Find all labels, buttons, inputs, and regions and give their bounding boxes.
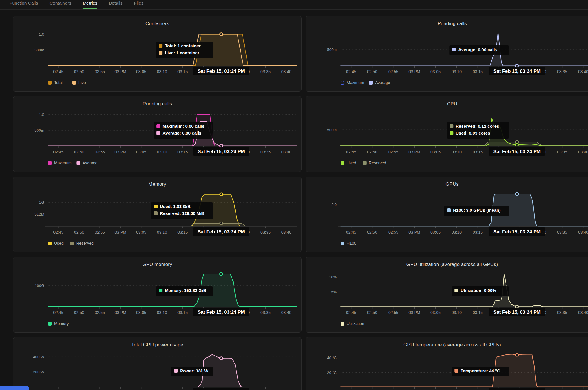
tooltip-series-value: Utilization: 0.00% xyxy=(461,288,496,293)
chart-title: Total GPU power usage xyxy=(131,342,183,348)
x-axis-label: 02:50 xyxy=(367,150,377,154)
crosshair-marker-used xyxy=(515,143,518,146)
crosshair-time-tooltip: Sat Feb 15, 03:24 PM xyxy=(193,147,249,156)
x-axis-label: 03:40 xyxy=(281,310,291,315)
y-axis-label: 400 W xyxy=(33,355,44,359)
chart-title: Containers xyxy=(145,21,169,26)
x-axis-label: 03:05 xyxy=(136,150,146,154)
y-axis-label: 512M xyxy=(34,212,44,216)
x-axis-label: 03:10 xyxy=(157,230,167,235)
chart-tooltip: Average: 0.00 calls xyxy=(449,45,509,55)
tab-containers[interactable]: Containers xyxy=(49,0,71,10)
chart-tooltip: Used: 1.33 GiBReserved: 128.00 MiB xyxy=(151,202,213,219)
crosshair-time-tooltip: Sat Feb 15, 03:24 PM xyxy=(489,227,545,236)
x-axis-label: 02:45 xyxy=(346,69,356,74)
chart-panel-gpu-memory: GPU memory100G02:4502:5002:5503 PM03:050… xyxy=(13,257,302,333)
series-line-reserved xyxy=(341,142,588,145)
legend-swatch-total xyxy=(48,81,52,85)
chart-canvas[interactable]: GPU memory100G02:4502:5002:5503 PM03:050… xyxy=(13,257,301,333)
chart-canvas[interactable]: CPU500m02:4502:5002:5503 PM03:0503:1003:… xyxy=(306,96,588,172)
chart-canvas[interactable]: GPUs2.002:4502:5002:5503 PM03:0503:1003:… xyxy=(306,177,588,252)
legend-item-memory[interactable]: Memory xyxy=(48,321,69,326)
tooltip-series-value: Temperature: 44 °C xyxy=(461,368,500,373)
chart-canvas[interactable]: GPU utilization (average across all GPUs… xyxy=(306,257,588,333)
tooltip-series-value: Live: 1 container xyxy=(165,50,199,55)
chart-title: Memory xyxy=(148,181,166,187)
x-axis-label: 03:40 xyxy=(281,230,291,235)
x-axis-label: 03:40 xyxy=(281,69,291,74)
x-axis-label: 02:55 xyxy=(388,69,398,74)
x-axis-label: 03:15 xyxy=(177,69,188,74)
tooltip-series-swatch xyxy=(154,205,158,208)
tooltip-series-swatch xyxy=(156,131,160,135)
legend-item-reserved[interactable]: Reserved xyxy=(363,161,386,165)
y-axis-label: 2.0 xyxy=(331,203,337,207)
legend-item-utilization[interactable]: Utilization xyxy=(341,321,364,326)
tab-list: Function CallsContainersMetricsDetailsFi… xyxy=(0,0,588,10)
chart-canvas[interactable]: GPU temperature (average across all GPUs… xyxy=(306,337,588,390)
legend-label-h100: H100 xyxy=(347,241,356,246)
chat-widget-peek[interactable] xyxy=(0,386,29,390)
chart-panel-cpu: CPU500m02:4502:5002:5503 PM03:0503:1003:… xyxy=(306,96,588,172)
x-axis-label: 02:45 xyxy=(53,69,63,74)
chart-tooltip: Total: 1 containerLive: 1 container xyxy=(156,42,213,58)
legend-item-maximum[interactable]: Maximum xyxy=(341,80,364,85)
active-tab-underline xyxy=(83,8,97,9)
legend-swatch-maximum xyxy=(48,161,52,165)
tooltip-series-swatch xyxy=(174,369,178,373)
y-axis-label: 10% xyxy=(329,275,337,279)
legend-item-reserved[interactable]: Reserved xyxy=(70,241,94,246)
crosshair-time-label: Sat Feb 15, 03:24 PM xyxy=(198,309,245,315)
series-line-reserved xyxy=(48,223,297,226)
chart-tooltip: Power: 381 W xyxy=(171,367,213,376)
chart-panel-gpu-temperature-average-across-all-gpus: GPU temperature (average across all GPUs… xyxy=(306,337,588,390)
tab-files[interactable]: Files xyxy=(134,0,144,10)
chart-panel-gpus: GPUs2.002:4502:5002:5503 PM03:0503:1003:… xyxy=(306,177,588,252)
crosshair-marker-average xyxy=(220,144,223,147)
legend-item-used[interactable]: Used xyxy=(48,241,64,246)
y-axis-label: 500m xyxy=(327,47,337,52)
y-axis-label: 500m xyxy=(34,128,44,133)
chart-canvas[interactable]: Running calls1.0500m02:4502:5002:5503 PM… xyxy=(13,96,301,172)
legend-item-average[interactable]: Average xyxy=(369,80,390,85)
legend-item-h100[interactable]: H100 xyxy=(341,241,356,246)
tab-label: Files xyxy=(134,0,144,6)
chart-tooltip: H100: 3.0 GPUs (mean) xyxy=(444,206,509,216)
legend-label-memory: Memory xyxy=(54,321,69,326)
crosshair-marker-used xyxy=(220,193,223,196)
x-axis-label: 02:45 xyxy=(346,150,356,154)
legend-item-total[interactable]: Total xyxy=(48,80,63,85)
x-axis-label: 03:35 xyxy=(557,69,567,74)
chart-canvas[interactable]: Containers1.0500m02:4502:5002:5503 PM03:… xyxy=(13,16,301,92)
tab-details[interactable]: Details xyxy=(109,0,122,10)
x-axis-label: 02:55 xyxy=(388,150,398,154)
tab-label: Details xyxy=(109,0,122,6)
tooltip-series-swatch xyxy=(452,48,456,51)
legend-item-maximum[interactable]: Maximum xyxy=(48,161,72,165)
legend-item-used[interactable]: Used xyxy=(341,161,356,165)
x-axis-label: 03 PM xyxy=(408,310,420,315)
tab-metrics[interactable]: Metrics xyxy=(83,0,97,10)
chart-title: GPU utilization (average across all GPUs… xyxy=(406,262,498,267)
crosshair-time-label: Sat Feb 15, 03:24 PM xyxy=(493,229,541,234)
x-axis-label: 03:35 xyxy=(260,150,271,154)
x-axis-label: 03:05 xyxy=(136,310,146,315)
crosshair-time-tooltip: Sat Feb 15, 03:24 PM xyxy=(489,67,545,75)
chart-canvas[interactable]: Total GPU power usage400 W200 W02:4502:5… xyxy=(13,337,301,390)
crosshair-marker-reserved xyxy=(220,222,223,225)
legend-swatch-used xyxy=(48,242,52,245)
legend-item-average[interactable]: Average xyxy=(76,161,97,165)
tab-function-calls[interactable]: Function Calls xyxy=(10,0,38,10)
x-axis-label: 03 PM xyxy=(115,150,126,154)
x-axis-label: 03 PM xyxy=(115,310,126,315)
tooltip-series-swatch xyxy=(159,51,162,55)
crosshair-marker-utilization xyxy=(515,305,518,308)
chart-canvas[interactable]: Pending calls500m02:4502:5002:5503 PM03:… xyxy=(306,16,588,92)
tooltip-series-swatch xyxy=(450,131,453,135)
x-axis-label: 03:15 xyxy=(177,150,188,154)
chart-tooltip: Memory: 153.82 GiB xyxy=(156,286,213,296)
chart-canvas[interactable]: Memory1G512M02:4502:5002:5503 PM03:0503:… xyxy=(13,177,301,252)
x-axis-label: 03 PM xyxy=(115,230,126,235)
legend-label-maximum: Maximum xyxy=(347,80,364,85)
legend-item-live[interactable]: Live xyxy=(72,80,86,85)
